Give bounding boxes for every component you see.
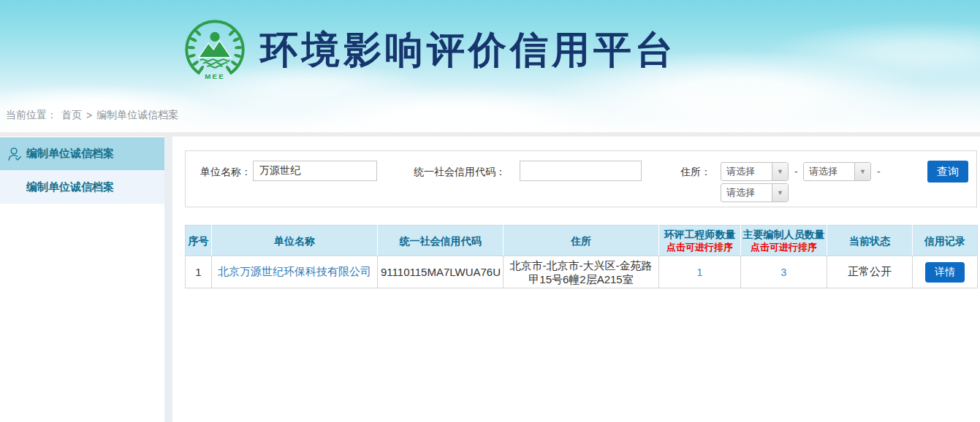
- breadcrumb-current: 编制单位诚信档案: [96, 109, 178, 122]
- address-dash-2: -: [877, 166, 881, 177]
- results-table: 序号 单位名称 统一社会信用代码 住所 环评工程师数量 点击可进行排序 主要编制…: [185, 225, 978, 288]
- content-area: 编制单位诚信档案 编制单位诚信档案 单位名称： 统一社会信用代码： 住所： 请选…: [0, 137, 980, 422]
- cell-staff-count: 3: [741, 256, 827, 288]
- brand: MEE 环境影响评价信用平台: [183, 18, 677, 82]
- cell-engineer-count: 1: [659, 256, 741, 288]
- chevron-down-icon: ▼: [854, 163, 870, 180]
- cell-company: 北京万源世纪环保科技有限公司: [212, 256, 378, 288]
- chevron-down-icon: ▼: [772, 184, 788, 202]
- cell-credit-record: 详情: [913, 256, 978, 288]
- th-address: 住所: [504, 226, 659, 256]
- th-company-name: 单位名称: [212, 226, 378, 256]
- page-header: MEE 环境影响评价信用平台 当前位置： 首页 > 编制单位诚信档案: [0, 0, 980, 132]
- sidebar-main-divider: [164, 137, 172, 422]
- main-panel: 单位名称： 统一社会信用代码： 住所： 请选择 ▼ - 请选择 ▼ - 请选择 …: [172, 137, 980, 422]
- breadcrumb: 当前位置： 首页 > 编制单位诚信档案: [6, 109, 178, 122]
- company-name-label: 单位名称：: [200, 166, 251, 179]
- sidebar: 编制单位诚信档案 编制单位诚信档案: [0, 137, 164, 422]
- th-engineer-count-sortable[interactable]: 环评工程师数量 点击可进行排序: [659, 226, 741, 256]
- breadcrumb-prefix: 当前位置：: [6, 109, 57, 122]
- sort-hint[interactable]: 点击可进行排序: [661, 241, 739, 253]
- table-row: 1 北京万源世纪环保科技有限公司 91110115MA7LWUA76U 北京市-…: [186, 256, 978, 288]
- search-form: 单位名称： 统一社会信用代码： 住所： 请选择 ▼ - 请选择 ▼ - 请选择 …: [185, 150, 977, 207]
- address-label: 住所：: [680, 166, 711, 179]
- th-index: 序号: [186, 226, 212, 256]
- cell-address: 北京市-北京市-大兴区-金苑路甲15号6幢2层A215室: [504, 256, 659, 288]
- company-name-input[interactable]: [253, 161, 377, 181]
- th-credit-code: 统一社会信用代码: [378, 226, 504, 256]
- cell-index: 1: [186, 256, 212, 288]
- breadcrumb-home-link[interactable]: 首页: [61, 109, 82, 122]
- svg-text:MEE: MEE: [205, 72, 225, 80]
- breadcrumb-separator: >: [86, 110, 92, 121]
- sidebar-subitem-credit-archive[interactable]: 编制单位诚信档案: [0, 170, 164, 204]
- chevron-down-icon: ▼: [772, 163, 788, 180]
- cell-credit-code: 91110115MA7LWUA76U: [378, 256, 504, 288]
- cell-status: 正常公开: [827, 256, 913, 288]
- detail-button[interactable]: 详情: [925, 262, 965, 283]
- address-dash-1: -: [794, 166, 798, 177]
- query-button[interactable]: 查询: [927, 161, 968, 183]
- credit-code-input[interactable]: [520, 161, 642, 181]
- engineer-count-link[interactable]: 1: [697, 266, 703, 278]
- staff-count-link[interactable]: 3: [781, 266, 787, 278]
- sidebar-subitem-label: 编制单位诚信档案: [26, 180, 114, 194]
- th-credit-record: 信用记录: [913, 226, 978, 256]
- th-staff-count-sortable[interactable]: 主要编制人员数量 点击可进行排序: [741, 226, 827, 256]
- site-title: 环境影响评价信用平台: [260, 18, 677, 82]
- table-header-row: 序号 单位名称 统一社会信用代码 住所 环评工程师数量 点击可进行排序 主要编制…: [186, 226, 978, 256]
- address-district-select[interactable]: 请选择 ▼: [721, 183, 789, 202]
- sidebar-item-credit-archive[interactable]: 编制单位诚信档案: [0, 137, 164, 170]
- user-check-icon: [7, 146, 23, 162]
- credit-code-label: 统一社会信用代码：: [414, 166, 506, 179]
- sidebar-item-label: 编制单位诚信档案: [26, 147, 114, 161]
- address-province-select[interactable]: 请选择 ▼: [721, 162, 789, 181]
- mee-logo-icon: MEE: [183, 18, 247, 82]
- sort-hint[interactable]: 点击可进行排序: [742, 241, 825, 253]
- company-link[interactable]: 北京万源世纪环保科技有限公司: [218, 265, 371, 277]
- address-city-select[interactable]: 请选择 ▼: [803, 162, 871, 181]
- th-current-status: 当前状态: [827, 226, 913, 256]
